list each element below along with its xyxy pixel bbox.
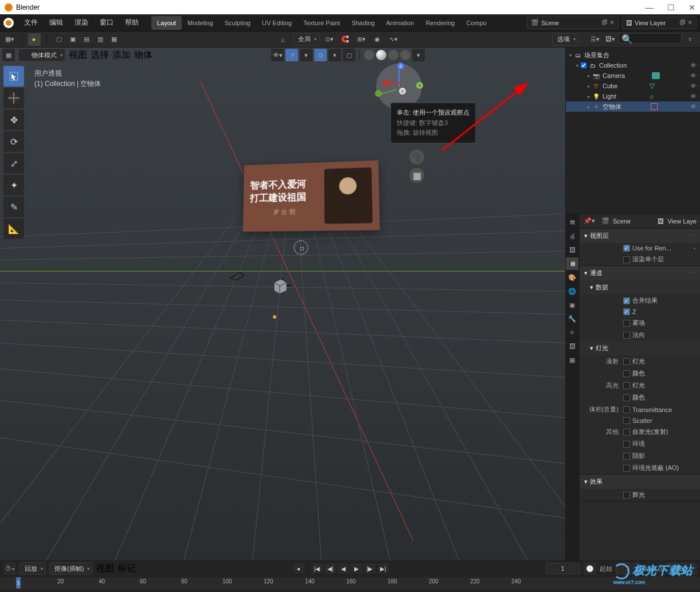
- section-data[interactable]: ▾数据: [580, 280, 700, 295]
- light-object-icon[interactable]: [273, 315, 276, 319]
- select-extend-icon[interactable]: ▣: [67, 33, 79, 46]
- proportional-type-icon[interactable]: ∿▾: [387, 33, 400, 46]
- timeline-marker-menu[interactable]: 标记: [118, 563, 136, 575]
- tool-move[interactable]: ✥: [3, 109, 24, 130]
- shading-solid-icon[interactable]: [376, 50, 386, 60]
- select-subtract-icon[interactable]: ▤: [80, 33, 93, 46]
- xray-icon[interactable]: ▢: [343, 49, 355, 61]
- gizmo-options-icon[interactable]: ▾: [300, 49, 312, 61]
- shading-matprev-icon[interactable]: [388, 50, 398, 60]
- prop-tab-viewlayer[interactable]: 🖥: [566, 257, 578, 270]
- viewport-menu-view[interactable]: 视图: [69, 49, 87, 61]
- prop-scene-name[interactable]: Scene: [613, 218, 631, 225]
- orientation-dropdown[interactable]: 全局: [293, 33, 319, 46]
- viewport-menu-object[interactable]: 物体: [134, 49, 152, 61]
- app-menu-icon[interactable]: [3, 18, 14, 28]
- tab-uv[interactable]: UV Editing: [256, 16, 298, 30]
- ck-mist[interactable]: [623, 320, 630, 327]
- menu-file[interactable]: 文件: [18, 15, 44, 30]
- ck-diff-color[interactable]: [623, 370, 630, 377]
- playhead[interactable]: 1: [16, 577, 21, 589]
- tool-rotate[interactable]: ⟳: [3, 131, 24, 152]
- current-frame-field[interactable]: 1: [546, 563, 580, 574]
- ck-render-single[interactable]: [623, 256, 630, 263]
- tool-transform[interactable]: ✦: [3, 175, 24, 195]
- play-icon[interactable]: ▶: [351, 563, 362, 574]
- scene-selector[interactable]: 🎬Scene 🗐 ✕: [527, 17, 619, 29]
- interaction-mode-icon[interactable]: ▦: [2, 49, 15, 61]
- tab-comp[interactable]: Compo: [460, 16, 492, 30]
- tab-layout[interactable]: Layout: [151, 16, 182, 30]
- shading-rendered-icon[interactable]: [400, 50, 410, 60]
- prop-tab-world[interactable]: 🌐: [566, 285, 578, 297]
- keyframe-next-icon[interactable]: |▶: [364, 563, 376, 574]
- menu-edit[interactable]: 编辑: [44, 15, 69, 30]
- tool-select-box[interactable]: [3, 66, 24, 87]
- ck-emit[interactable]: [623, 429, 630, 436]
- outliner-item-empty[interactable]: ▸✧空物体 👁: [566, 101, 700, 112]
- visibility-eye-icon[interactable]: 👁: [690, 72, 697, 79]
- tool-measure[interactable]: 📐: [3, 218, 24, 239]
- shading-wireframe-icon[interactable]: [364, 50, 374, 60]
- shading-dropdown-icon[interactable]: ▾: [412, 49, 425, 61]
- frame-range-lock-icon[interactable]: 🕒: [584, 562, 596, 575]
- tab-shading[interactable]: Shading: [346, 16, 380, 30]
- section-passes[interactable]: ▾通道⋯: [580, 266, 700, 280]
- gizmo-axis-z[interactable]: Z: [397, 62, 404, 69]
- select-box-icon[interactable]: ▢: [53, 33, 65, 46]
- playback-menu[interactable]: 回放: [19, 562, 46, 575]
- camera-object-icon[interactable]: [229, 270, 247, 284]
- timeline-editor-icon[interactable]: ⏱▾: [3, 562, 16, 575]
- outliner-filter-icon[interactable]: ▿: [684, 33, 697, 46]
- ck-z[interactable]: [623, 308, 630, 315]
- viewlayer-selector[interactable]: 🖼View Layer 🗐 ✕: [622, 17, 697, 29]
- gizmo-axis-y[interactable]: Y: [416, 82, 423, 89]
- menu-window[interactable]: 窗口: [94, 15, 119, 30]
- ck-combine[interactable]: [623, 297, 630, 304]
- visibility-eye-icon[interactable]: 👁: [690, 93, 697, 100]
- keying-menu[interactable]: 抠像(插帧): [49, 562, 92, 575]
- ck-spec-light[interactable]: [623, 382, 630, 389]
- outliner-search-input[interactable]: 🔍: [619, 33, 682, 44]
- menu-help[interactable]: 帮助: [119, 15, 144, 30]
- collection-enable-checkbox[interactable]: [581, 62, 586, 68]
- prop-tab-scene[interactable]: 🎨: [566, 271, 578, 284]
- tool-scale[interactable]: ⤢: [3, 153, 24, 174]
- tab-modeling[interactable]: Modeling: [182, 16, 219, 30]
- menu-render[interactable]: 渲染: [69, 15, 94, 30]
- prop-tab-constraint[interactable]: 🖼: [566, 340, 578, 352]
- timeline-track[interactable]: 1 20 40 60 80 100 120 140 160 180 200 22…: [0, 577, 700, 590]
- select-intersect-icon[interactable]: ▦: [108, 33, 120, 46]
- tab-animation[interactable]: Animation: [381, 16, 420, 30]
- tab-texpaint[interactable]: Texture Paint: [298, 16, 346, 30]
- select-invert-icon[interactable]: ▥: [94, 33, 107, 46]
- keyframe-prev-icon[interactable]: ◀|: [324, 563, 336, 574]
- viewport-3d[interactable]: ▦ 物体模式 视图 选择 添加 物体 👁▾ ↗ ▾ ⊙ ▾ ▢ ▾ ✥ ⟳: [0, 48, 565, 560]
- prop-tab-output[interactable]: 🖼: [566, 244, 578, 256]
- visibility-eye-icon[interactable]: 👁: [690, 62, 697, 69]
- tab-sculpting[interactable]: Sculpting: [219, 16, 256, 30]
- play-reverse-icon[interactable]: ◀: [338, 563, 349, 574]
- viewport-menu-select[interactable]: 选择: [91, 49, 109, 61]
- visibility-eye-icon[interactable]: 👁: [690, 103, 697, 110]
- prop-tab-object[interactable]: ▣: [566, 299, 578, 311]
- cursor-tool-icon[interactable]: ▸: [28, 33, 41, 46]
- snap-icon[interactable]: 🧲: [339, 33, 351, 46]
- gizmo-axis-neg-y[interactable]: [375, 90, 382, 97]
- outliner-scene-collection[interactable]: ▾🗂 场景集合: [566, 50, 700, 60]
- snap-type-icon[interactable]: ⊞▾: [355, 33, 367, 46]
- section-light[interactable]: ▾灯光: [580, 341, 700, 355]
- options-dropdown[interactable]: 选项: [552, 33, 578, 46]
- prop-tab-tool[interactable]: 🛠: [566, 216, 578, 229]
- timeline-view-menu[interactable]: 视图: [96, 563, 114, 575]
- autokey-icon[interactable]: ●: [293, 563, 304, 574]
- pivot-icon[interactable]: ⊙▾: [323, 33, 335, 46]
- visibility-icon[interactable]: 👁▾: [271, 49, 284, 61]
- ck-glow[interactable]: [623, 492, 630, 499]
- section-effect[interactable]: ▾效果: [580, 475, 700, 489]
- jump-end-icon[interactable]: ▶|: [377, 563, 389, 574]
- window-minimize-button[interactable]: —: [646, 3, 654, 12]
- prop-pin-icon[interactable]: 📌▾: [583, 215, 596, 228]
- cube-object[interactable]: [269, 276, 290, 299]
- prop-tab-physics[interactable]: ⚛: [566, 326, 578, 339]
